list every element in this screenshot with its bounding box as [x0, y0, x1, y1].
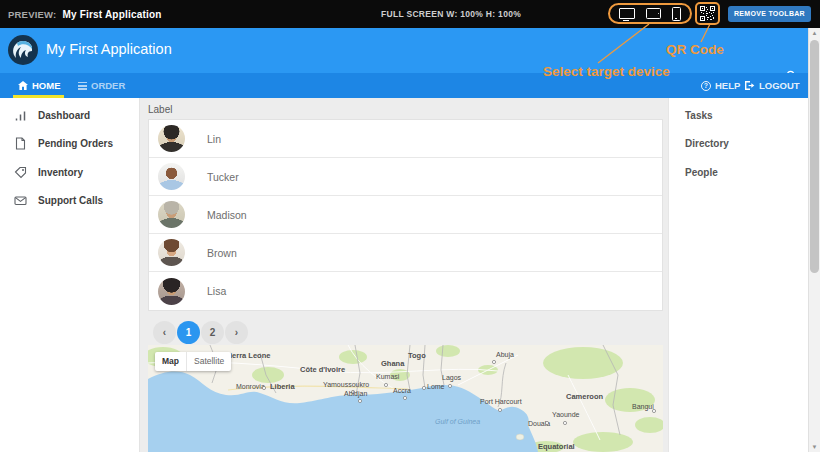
help-label: HELP: [715, 80, 740, 91]
pagination: ‹ 1 2 ›: [153, 321, 248, 344]
sidebar-item-label: Inventory: [38, 167, 83, 178]
map-label: Port Harcourt: [480, 398, 522, 405]
map-label: Equatorial: [538, 442, 575, 451]
map-city-dot: [358, 399, 361, 402]
scrollbar-thumb[interactable]: [810, 40, 819, 273]
sidebar-item-label: Dashboard: [38, 110, 90, 121]
map-label: Lagos: [442, 374, 462, 382]
sidebar-item-dashboard[interactable]: Dashboard: [14, 107, 90, 123]
pagination-next-button[interactable]: ›: [225, 321, 248, 344]
map-label: Kumasi: [376, 373, 400, 380]
avatar: [158, 239, 185, 266]
sidebar-item-inventory[interactable]: Inventory: [14, 164, 83, 180]
map-label: Accra: [393, 387, 411, 394]
remove-toolbar-button[interactable]: REMOVE TOOLBAR: [728, 6, 811, 22]
sidebar-item-label: Pending Orders: [38, 138, 113, 149]
preview-toolbar: PREVIEW: My First Application FULL SCREE…: [0, 0, 820, 28]
toolbar-title: PREVIEW: My First Application: [8, 0, 162, 28]
person-name: Lin: [207, 133, 221, 145]
select-target-device-annotation: Select target device: [543, 64, 670, 79]
pagination-page-2[interactable]: 2: [201, 321, 224, 344]
mobile-icon[interactable]: [672, 7, 681, 21]
app-logo-wave-icon: [8, 35, 38, 65]
device-selector-group: [608, 3, 692, 24]
map-label: Monrovia: [236, 383, 265, 390]
logout-button[interactable]: LOGOUT: [744, 73, 800, 98]
list-item[interactable]: Brown: [149, 234, 662, 272]
qr-code-button[interactable]: [695, 2, 720, 25]
list-item[interactable]: Madison: [149, 196, 662, 234]
scrollbar-down-arrow-icon[interactable]: ▼: [809, 442, 820, 452]
map-label: Bangui: [632, 403, 654, 411]
map-label: Togo: [408, 351, 426, 360]
scrollbar-up-arrow-icon[interactable]: ▲: [809, 28, 820, 38]
map-label: Yamoussoukro: [323, 381, 369, 388]
right-sidebar-item-label: People: [685, 167, 718, 178]
map-label: Côte d'Ivoire: [300, 365, 345, 374]
tablet-icon[interactable]: [646, 8, 661, 19]
avatar: [158, 201, 185, 228]
satellite-type-button[interactable]: Satellite: [187, 352, 231, 371]
map-city-dot: [563, 421, 566, 424]
person-name: Lisa: [207, 285, 226, 297]
toolbar-app-name: My First Application: [62, 9, 161, 20]
list-title: Label: [148, 104, 172, 115]
avatar: [158, 163, 185, 190]
avatar: [158, 278, 185, 305]
right-sidebar-item-people[interactable]: People: [685, 164, 718, 180]
map-label: Sierra Leone: [225, 351, 270, 360]
map-label: Abuja: [496, 351, 514, 359]
right-sidebar-item-directory[interactable]: Directory: [685, 135, 729, 151]
map-city-dot: [498, 408, 501, 411]
pagination-prev-button[interactable]: ‹: [153, 321, 176, 344]
map-label: Cameroon: [566, 392, 604, 401]
person-name: Madison: [207, 209, 247, 221]
tab-label: ORDER: [91, 80, 125, 91]
pagination-page-1[interactable]: 1: [177, 321, 200, 344]
map-type-button[interactable]: Map: [155, 352, 187, 371]
left-sidebar: Dashboard Pending Orders Inventory Suppo…: [0, 98, 140, 452]
right-sidebar-item-tasks[interactable]: Tasks: [685, 107, 713, 123]
map-label: Yaounde: [552, 411, 580, 418]
tab-order[interactable]: ORDER: [78, 73, 125, 98]
map-type-control: Map Satellite: [155, 352, 231, 371]
list-item[interactable]: Lin: [149, 120, 662, 158]
sidebar-item-pending-orders[interactable]: Pending Orders: [14, 135, 113, 151]
map-city-dot: [545, 421, 548, 424]
person-name: Tucker: [207, 171, 239, 183]
help-button[interactable]: HELP: [701, 73, 740, 98]
map-widget[interactable]: Map Satellite: [148, 345, 663, 452]
avatar: [158, 125, 185, 152]
home-icon: [18, 81, 28, 90]
scrollbar[interactable]: ▲ ▼: [808, 28, 820, 452]
fullscreen-status: FULL SCREEN W: 100% H: 100%: [381, 0, 521, 28]
document-icon: [14, 137, 27, 150]
map-label: Ghana: [381, 359, 405, 368]
list-item[interactable]: Tucker: [149, 158, 662, 196]
sidebar-item-label: Support Calls: [38, 195, 103, 206]
map-city-dot: [652, 409, 655, 412]
preview-label: PREVIEW:: [8, 9, 56, 20]
desktop-icon[interactable]: [619, 8, 635, 19]
app-title: My First Application: [46, 41, 172, 57]
tag-icon: [14, 166, 27, 179]
person-name: Brown: [207, 247, 237, 259]
map-city-dot: [403, 396, 406, 399]
sidebar-item-support-calls[interactable]: Support Calls: [14, 192, 103, 208]
map-city-dot: [422, 386, 425, 389]
preview-window: PREVIEW: My First Application FULL SCREE…: [0, 0, 820, 452]
qr-code-icon: [700, 6, 715, 21]
right-sidebar-item-label: Directory: [685, 138, 729, 149]
bar-chart-icon: [14, 109, 27, 122]
map-city-dot: [262, 386, 265, 389]
main-content: Label Lin Tucker Madison Brown Lisa: [140, 98, 668, 452]
map-label: Lome: [427, 383, 445, 390]
envelope-icon: [14, 194, 27, 207]
map-city-dot: [448, 384, 451, 387]
map-city-dot: [492, 360, 495, 363]
logout-icon: [744, 80, 755, 91]
map-label: Gulf of Guinea: [435, 418, 480, 425]
list-item[interactable]: Lisa: [149, 272, 662, 310]
qr-code-annotation: QR Code: [666, 42, 724, 57]
map-label: Liberia: [270, 382, 295, 391]
